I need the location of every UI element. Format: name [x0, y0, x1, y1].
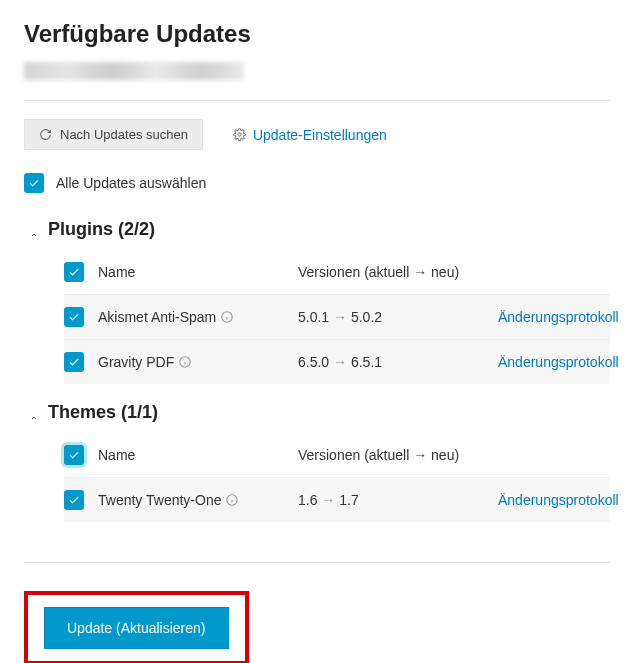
- col-header-versions: Versionen (aktuell → neu): [298, 264, 498, 280]
- plugin-name: Gravity PDF: [98, 354, 174, 370]
- footer-area: Update (Aktualisieren): [24, 562, 610, 663]
- version-current: 1.6: [298, 492, 317, 508]
- info-icon[interactable]: [225, 493, 239, 507]
- table-row: Akismet Anti-Spam 5.0.1 → 5.0.2 Änderung…: [64, 294, 610, 339]
- section-body-themes: Name Versionen (aktuell → neu) Twenty Tw…: [24, 433, 610, 522]
- section-toggle-themes[interactable]: Themes (1/1): [24, 396, 610, 433]
- update-button[interactable]: Update (Aktualisieren): [44, 607, 229, 649]
- arrow-icon: →: [333, 309, 347, 325]
- select-all-row: Alle Updates auswählen: [24, 170, 610, 213]
- svg-point-0: [238, 133, 241, 136]
- version-current: 5.0.1: [298, 309, 329, 325]
- col-header-name: Name: [98, 264, 298, 280]
- table-row: Gravity PDF 6.5.0 → 6.5.1 Änderungsproto…: [64, 339, 610, 384]
- section-checkbox-themes[interactable]: [64, 445, 84, 465]
- row-checkbox[interactable]: [64, 490, 84, 510]
- check-updates-button[interactable]: Nach Updates suchen: [24, 119, 203, 150]
- update-settings-label: Update-Einstellungen: [253, 127, 387, 143]
- table-header-themes: Name Versionen (aktuell → neu): [64, 433, 610, 477]
- version-current: 6.5.0: [298, 354, 329, 370]
- changelog-link[interactable]: Änderungsprotokoll: [498, 492, 619, 508]
- version-new: 1.7: [339, 492, 358, 508]
- arrow-icon: →: [321, 492, 335, 508]
- section-body-plugins: Name Versionen (aktuell → neu) Akismet A…: [24, 250, 610, 384]
- check-updates-label: Nach Updates suchen: [60, 127, 188, 142]
- gear-icon: [233, 128, 246, 141]
- table-header-plugins: Name Versionen (aktuell → neu): [64, 250, 610, 294]
- update-settings-link[interactable]: Update-Einstellungen: [233, 127, 387, 143]
- col-header-versions: Versionen (aktuell → neu): [298, 447, 498, 463]
- divider: [24, 562, 610, 563]
- select-all-checkbox[interactable]: [24, 173, 44, 193]
- section-toggle-plugins[interactable]: Plugins (2/2): [24, 213, 610, 250]
- row-checkbox[interactable]: [64, 307, 84, 327]
- chevron-up-icon: [30, 409, 38, 417]
- section-title-themes: Themes (1/1): [48, 402, 158, 423]
- arrow-icon: →: [333, 354, 347, 370]
- divider: [24, 100, 610, 101]
- chevron-up-icon: [30, 226, 38, 234]
- refresh-icon: [39, 128, 52, 141]
- table-row: Twenty Twenty-One 1.6 → 1.7 Änderungspro…: [64, 477, 610, 522]
- highlight-callout: Update (Aktualisieren): [24, 591, 249, 663]
- info-icon[interactable]: [178, 355, 192, 369]
- version-new: 6.5.1: [351, 354, 382, 370]
- changelog-link[interactable]: Änderungsprotokoll: [498, 309, 619, 325]
- info-icon[interactable]: [220, 310, 234, 324]
- page-title: Verfügbare Updates: [24, 20, 610, 48]
- updates-toolbar: Nach Updates suchen Update-Einstellungen: [24, 119, 610, 150]
- section-title-plugins: Plugins (2/2): [48, 219, 155, 240]
- section-checkbox-plugins[interactable]: [64, 262, 84, 282]
- theme-name: Twenty Twenty-One: [98, 492, 221, 508]
- changelog-link[interactable]: Änderungsprotokoll: [498, 354, 619, 370]
- row-checkbox[interactable]: [64, 352, 84, 372]
- version-new: 5.0.2: [351, 309, 382, 325]
- select-all-label: Alle Updates auswählen: [56, 175, 206, 191]
- plugin-name: Akismet Anti-Spam: [98, 309, 216, 325]
- site-subtitle-redacted: [24, 62, 244, 80]
- col-header-name: Name: [98, 447, 298, 463]
